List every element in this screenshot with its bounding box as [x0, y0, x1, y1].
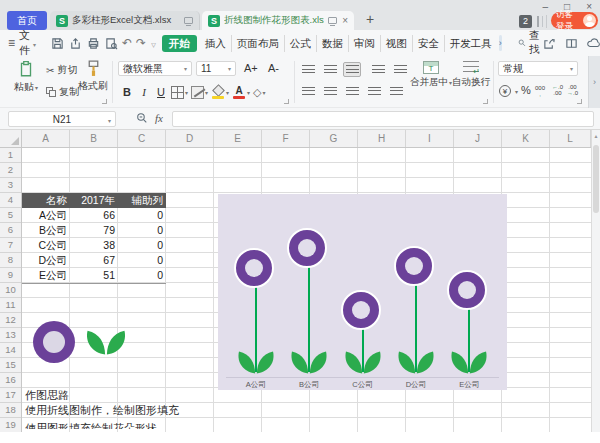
- distribute-button[interactable]: [387, 84, 405, 99]
- formula-input[interactable]: [172, 111, 594, 127]
- note-line-1[interactable]: 作图思路: [25, 388, 69, 403]
- row-header-16[interactable]: 16: [0, 373, 21, 388]
- print-preview-icon[interactable]: [105, 36, 118, 51]
- row-header-19[interactable]: 19: [0, 418, 21, 432]
- row-header-6[interactable]: 6: [0, 223, 21, 238]
- table-header-cell[interactable]: 2017年: [70, 193, 118, 208]
- grow-font-button[interactable]: A+: [244, 62, 258, 74]
- doc-tab-active[interactable]: S 折线图制作花形图表.xlsx ×: [202, 11, 354, 30]
- chevron-down-icon[interactable]: ▾: [33, 41, 36, 48]
- print-icon[interactable]: [87, 36, 100, 51]
- ribbon-tab-安全[interactable]: 安全: [413, 35, 445, 52]
- italic-button[interactable]: I: [137, 86, 151, 98]
- align-right-button[interactable]: [343, 84, 361, 99]
- row-header-10[interactable]: 10: [0, 283, 21, 298]
- column-header-G[interactable]: G: [310, 130, 358, 147]
- scroll-up-icon[interactable]: ▲: [592, 130, 600, 143]
- row-header-4[interactable]: 4: [0, 193, 21, 208]
- ribbon-tab-公式[interactable]: 公式: [285, 35, 317, 52]
- currency-button[interactable]: ¥▾: [499, 85, 518, 97]
- table-header-cell[interactable]: 辅助列: [118, 193, 166, 208]
- column-header-D[interactable]: D: [166, 130, 214, 147]
- table-cell[interactable]: D公司: [22, 253, 70, 268]
- ribbon-tab-视图[interactable]: 视图: [381, 35, 413, 52]
- font-size-select[interactable]: 11▾: [196, 61, 236, 76]
- redo-icon[interactable]: ↷: [136, 36, 146, 50]
- row-header-15[interactable]: 15: [0, 358, 21, 373]
- row-header-1[interactable]: 1: [0, 148, 21, 163]
- column-header-K[interactable]: K: [502, 130, 550, 147]
- dialog-launcher-icon[interactable]: [577, 99, 582, 104]
- dialog-launcher-icon[interactable]: [483, 99, 488, 104]
- toolbar-options-caret-icon[interactable]: ▽: [151, 41, 156, 48]
- align-left-button[interactable]: [299, 84, 317, 99]
- row-header-11[interactable]: 11: [0, 298, 21, 313]
- underline-button[interactable]: U: [154, 86, 168, 98]
- ribbon-tab-开发工具[interactable]: 开发工具: [445, 35, 497, 52]
- justify-button[interactable]: [365, 84, 383, 99]
- row-header-18[interactable]: 18: [0, 403, 21, 418]
- shrink-font-button[interactable]: A-: [268, 62, 279, 74]
- close-tab-icon[interactable]: ×: [342, 15, 348, 26]
- share-icon[interactable]: [543, 37, 556, 50]
- doc-tab-inactive[interactable]: S 多彩柱形Excel文档.xlsx: [50, 11, 200, 30]
- number-format-select[interactable]: 常规▾: [498, 61, 578, 76]
- hamburger-icon[interactable]: ≡: [8, 36, 15, 50]
- table-cell[interactable]: 67: [70, 253, 118, 268]
- note-line-2[interactable]: 使用折线图制作，绘制图形填充: [25, 403, 179, 418]
- column-header-F[interactable]: F: [262, 130, 310, 147]
- ribbon-tab-审阅[interactable]: 审阅: [349, 35, 381, 52]
- copy-button[interactable]: 复制: [46, 85, 79, 99]
- thousands-button[interactable]: 000,: [535, 85, 545, 97]
- font-name-select[interactable]: 微软雅黑▾: [118, 61, 192, 76]
- flower-chart-object[interactable]: A公司 B公司 C公司 D公司 E公司: [218, 194, 507, 390]
- row-header-12[interactable]: 12: [0, 313, 21, 328]
- column-header-E[interactable]: E: [214, 130, 262, 147]
- column-header-L[interactable]: L: [550, 130, 591, 147]
- table-cell[interactable]: 51: [70, 268, 118, 283]
- ribbon-tab-数据[interactable]: 数据: [317, 35, 349, 52]
- find-button[interactable]: 查找: [518, 29, 544, 57]
- fx-icon[interactable]: fx: [155, 112, 163, 124]
- table-header-cell[interactable]: 名称: [22, 193, 70, 208]
- table-cell[interactable]: E公司: [22, 268, 70, 283]
- tab-list-icon[interactable]: [537, 16, 543, 27]
- table-cell[interactable]: 0: [118, 268, 166, 283]
- column-header-J[interactable]: J: [454, 130, 502, 147]
- column-header-B[interactable]: B: [70, 130, 118, 147]
- draw-border-button[interactable]: ▾: [191, 86, 208, 99]
- export-icon[interactable]: [69, 36, 82, 51]
- save-icon[interactable]: [51, 36, 64, 51]
- column-header-A[interactable]: A: [22, 130, 70, 147]
- split-window-icon[interactable]: [565, 37, 578, 50]
- table-cell[interactable]: C公司: [22, 238, 70, 253]
- table-cell[interactable]: 0: [118, 238, 166, 253]
- decrease-decimal-button[interactable]: ←.0.00: [552, 84, 563, 96]
- decrease-indent-button[interactable]: [369, 62, 387, 77]
- table-cell[interactable]: 79: [70, 223, 118, 238]
- table-cell[interactable]: B公司: [22, 223, 70, 238]
- row-header-17[interactable]: 17: [0, 388, 21, 403]
- align-center-button[interactable]: [321, 84, 339, 99]
- merge-center-button[interactable]: 合并居中▾: [408, 61, 454, 89]
- tab-count-badge[interactable]: 2: [519, 15, 532, 28]
- more-ribbon-tabs-icon[interactable]: ›: [499, 35, 502, 51]
- donut-shape[interactable]: [33, 321, 75, 363]
- paste-button[interactable]: 粘贴▾: [8, 60, 44, 94]
- percent-button[interactable]: %: [521, 84, 531, 96]
- row-header-2[interactable]: 2: [0, 163, 21, 178]
- bold-button[interactable]: B: [120, 86, 134, 98]
- align-top-button[interactable]: [299, 62, 317, 77]
- format-painter-button[interactable]: 格式刷: [76, 60, 110, 93]
- new-tab-button[interactable]: +: [362, 11, 378, 27]
- table-cell[interactable]: 38: [70, 238, 118, 253]
- column-header-C[interactable]: C: [118, 130, 166, 147]
- undo-icon[interactable]: ↶: [122, 36, 132, 50]
- clear-format-button[interactable]: ◇▾: [253, 86, 265, 99]
- row-header-5[interactable]: 5: [0, 208, 21, 223]
- file-menu[interactable]: 文件: [19, 28, 30, 58]
- note-line-3-clipped[interactable]: 使用图形填充绘制花朵形状: [25, 418, 157, 429]
- column-header-H[interactable]: H: [358, 130, 406, 147]
- table-cell[interactable]: A公司: [22, 208, 70, 223]
- increase-decimal-button[interactable]: .00→.0: [567, 84, 578, 96]
